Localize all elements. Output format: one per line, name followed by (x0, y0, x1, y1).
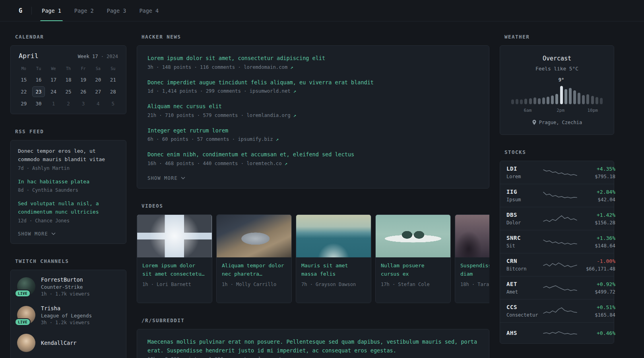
calendar-day: 27 (92, 86, 104, 97)
weather-chart-wrap: 9° (511, 77, 603, 104)
hn-item-title[interactable]: Donec enim nibh, condimentum et accumsan… (147, 150, 479, 159)
hn-item-title[interactable]: Lorem ipsum dolor sit amet, consectetur … (147, 54, 479, 63)
hn-item-title[interactable]: Donec imperdiet augue tincidunt felis al… (147, 78, 479, 87)
channel-avatar: LIVE (17, 277, 35, 296)
calendar-day: 19 (77, 74, 89, 85)
section-title-twitch: TWITCH CHANNELS (15, 258, 126, 264)
hn-item-meta: 21h · 710 points · 579 comments · loreml… (147, 113, 479, 118)
section-title-weather: WEATHER (504, 34, 614, 40)
video-card[interactable]: Suspendisse posuere diam 18h · Tara Benn… (455, 214, 489, 303)
app-logo[interactable]: G (19, 7, 22, 14)
video-row: Lorem ipsum dolor sit amet consectetu… 1… (137, 214, 489, 303)
hn-item-title[interactable]: Aliquam nec cursus elit (147, 102, 479, 111)
video-meta: 7h · Grayson Dawson (301, 282, 366, 287)
hackernews-section: HACKER NEWS Lorem ipsum dolor sit amet, … (137, 34, 489, 189)
channel-name: KendallCarr (41, 340, 76, 346)
time-label: 2pm (557, 108, 564, 113)
stock-change: +1.36% (577, 235, 615, 241)
stocks-section: STOCKS LDILorem +4.35%$795.18 IIGIpsum +… (500, 149, 614, 344)
stock-change: +1.42% (577, 212, 615, 218)
calendar-day-selected: 23 (32, 86, 45, 97)
rss-item: In hac habitasse platea 8d · Cynthia Sau… (18, 178, 119, 193)
video-card[interactable]: Aliquam tempor dolor nec pharetra… 1h · … (216, 214, 292, 303)
twitch-channel[interactable]: LIVE Trisha League of Legends 3h · 1.2k … (17, 305, 120, 325)
tab-page-1[interactable]: Page 1 (41, 0, 62, 21)
hn-item-domain-link[interactable]: loremtech.co ↗ (246, 161, 287, 166)
calendar-day: 3 (77, 98, 89, 109)
stock-symbol: IIG (506, 189, 543, 195)
video-title: Nullam posuere cursus ex (381, 262, 445, 278)
time-label: 6am (524, 108, 531, 113)
hn-item: Donec imperdiet augue tincidunt felis al… (147, 78, 479, 94)
calendar-year-label: 2024 (107, 54, 118, 59)
external-link-icon: ↗ (291, 64, 293, 70)
subreddit-post-title[interactable]: Maecenas mollis pulvinar erat non posuer… (147, 338, 479, 355)
hn-item-domain-link[interactable]: ipsumworld.net ↗ (250, 88, 296, 94)
rss-item-title[interactable]: In hac habitasse platea (18, 178, 119, 186)
weather-feels-like: Feels like 5°C (508, 66, 606, 72)
weather-hour-bar (520, 99, 523, 104)
calendar-week-year: Week 17 · 2024 (78, 54, 118, 59)
stock-row[interactable]: CRNBitcorn -1.00%$66,171.48 (500, 253, 614, 276)
hn-item-domain-link[interactable]: loremlandia.org ↗ (246, 113, 296, 118)
hn-show-more-button[interactable]: SHOW MORE (147, 175, 185, 181)
hn-item-meta: 6h · 60 points · 57 comments · ipsumify.… (147, 136, 479, 142)
video-thumbnail (376, 215, 450, 257)
stock-price: $499.72 (577, 289, 615, 295)
weather-hour-bar (573, 90, 576, 104)
stock-row[interactable]: DBSDolor +1.42%$156.28 (500, 207, 614, 230)
twitch-section: TWITCH CHANNELS LIVE ForrestBurton Count… (10, 258, 126, 358)
stock-row[interactable]: SNRCSit +1.36%$148.64 (500, 230, 614, 253)
tab-page-3[interactable]: Page 3 (106, 0, 127, 21)
video-title: Mauris sit amet massa felis (301, 262, 366, 278)
tab-page-2[interactable]: Page 2 (74, 0, 95, 21)
calendar-widget: April Week 17 · 2024 MoTuWeThFrSaSu15161… (10, 45, 126, 114)
calendar-day: 4 (92, 98, 104, 109)
stock-row[interactable]: CCSConsectetur +0.51%$165.84 (500, 299, 614, 322)
stock-row[interactable]: AETAmet +0.92%$499.72 (500, 276, 614, 299)
hn-item-title[interactable]: Integer eget rutrum lorem (147, 126, 479, 135)
channel-game: Counter-Strike (41, 284, 90, 290)
subreddit-post: Maecenas mollis pulvinar erat non posuer… (147, 338, 479, 358)
video-card[interactable]: Nullam posuere cursus ex 17h · Stefan Co… (375, 214, 451, 303)
left-column: CALENDAR April Week 17 · 2024 MoTuWeThFr… (10, 34, 126, 358)
subreddit-post-domain-link[interactable]: loremnet.xyz ↗ (258, 356, 299, 358)
stock-row[interactable]: AHS +0.46% (500, 322, 614, 343)
topbar-divider (31, 7, 32, 15)
weather-widget: Overcast Feels like 5°C 9° 6am 2pm 10pm … (500, 45, 614, 135)
twitch-channel[interactable]: LIVE ForrestBurton Counter-Strike 1h · 1… (17, 276, 120, 297)
tab-page-4[interactable]: Page 4 (138, 0, 159, 21)
stocks-widget: LDILorem +4.35%$795.18 IIGIpsum +2.84%$4… (500, 161, 614, 344)
calendar-day: 28 (107, 86, 119, 97)
video-meta: 18h · Tara Bennett (460, 282, 489, 287)
hn-item-domain-link[interactable]: loremdomain.com ↗ (244, 64, 293, 70)
weather-hour-bar (511, 99, 514, 104)
video-card[interactable]: Mauris sit amet massa felis 7h · Grayson… (296, 214, 371, 303)
twitch-channel[interactable]: KendallCarr (17, 334, 120, 352)
calendar-day-header: Su (106, 64, 120, 73)
calendar-grid: MoTuWeThFrSaSu15161718192021222324252627… (16, 64, 120, 109)
calendar-day: 26 (77, 86, 89, 97)
chevron-down-icon (181, 177, 185, 179)
rss-item-title[interactable]: Donec tempor eros leo, ut commodo mauris… (18, 147, 119, 164)
calendar-day: 2 (62, 98, 74, 109)
weather-section: WEATHER Overcast Feels like 5°C 9° 6am 2… (500, 34, 614, 135)
section-title-videos: VIDEOS (142, 203, 489, 209)
stock-row[interactable]: IIGIpsum +2.84%$42.04 (500, 184, 614, 207)
calendar-day-header: Mo (16, 64, 31, 73)
weather-hour-bar (551, 95, 554, 104)
calendar-day: 24 (47, 86, 60, 97)
weather-hour-bar (591, 96, 594, 104)
calendar-header: April Week 17 · 2024 (16, 51, 120, 64)
hn-item: Aliquam nec cursus elit 21h · 710 points… (147, 102, 479, 118)
weather-hour-bar (560, 86, 563, 104)
channel-info: KendallCarr (41, 340, 76, 346)
calendar-day: 1 (47, 98, 60, 109)
hn-item: Donec enim nibh, condimentum et accumsan… (147, 150, 479, 166)
rss-show-more-button[interactable]: SHOW MORE (18, 231, 56, 237)
video-card[interactable]: Lorem ipsum dolor sit amet consectetu… 1… (137, 214, 212, 303)
section-title-calendar: CALENDAR (15, 34, 126, 40)
hn-item-domain-link[interactable]: ipsumify.biz ↗ (238, 136, 279, 142)
stock-row[interactable]: LDILorem +4.35%$795.18 (500, 161, 614, 184)
rss-item-title[interactable]: Sed volutpat nulla nisl, a condimentum n… (18, 200, 119, 216)
